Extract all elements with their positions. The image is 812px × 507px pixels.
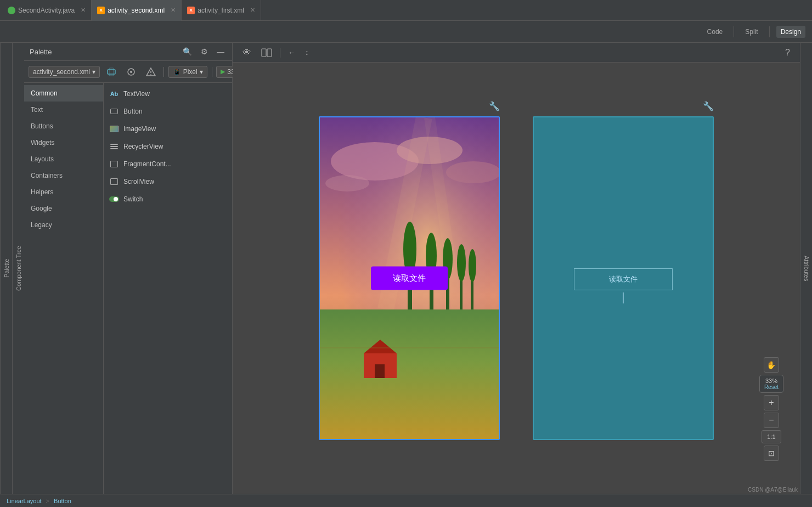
tab-label-second-xml: activity_second.xml: [108, 7, 165, 14]
breadcrumb-linearlayout[interactable]: LinearLayout: [7, 498, 42, 504]
file-dropdown-label: activity_second.xml: [33, 68, 90, 76]
palette-category-layouts-label: Layouts: [31, 155, 54, 163]
file-dropdown[interactable]: activity_second.xml ▾: [29, 66, 100, 78]
palette-category-helpers[interactable]: Helpers: [24, 184, 103, 200]
tab-second-activity-java[interactable]: SecondActivity.java ✕: [2, 0, 92, 21]
split-view-btn[interactable]: [258, 47, 275, 59]
toolbar-separator-2: [769, 26, 770, 37]
palette-category-widgets[interactable]: Widgets: [24, 134, 103, 151]
palette-title: Palette: [30, 48, 176, 56]
warn-btn[interactable]: [143, 65, 159, 78]
svg-point-3: [130, 71, 132, 73]
blueprint-mockup[interactable]: 读取文件: [533, 116, 714, 440]
vt-separator-1: [163, 67, 164, 77]
attributes-tab[interactable]: Attributes: [800, 43, 812, 494]
palette-category-layouts[interactable]: Layouts: [24, 151, 103, 167]
orientation-btn[interactable]: [103, 65, 120, 78]
canvas-toolbar: 👁 ← ↕ ?: [233, 43, 800, 63]
palette-item-scrollview[interactable]: ScrollView: [104, 173, 232, 190]
palette-category-legacy[interactable]: Legacy: [24, 217, 103, 233]
zoom-out-btn[interactable]: −: [764, 413, 779, 428]
palette-category-common-label: Common: [31, 89, 58, 97]
device-icon: 📱: [173, 68, 181, 76]
api-icon: ▶: [221, 68, 225, 75]
blueprint-wrapper: 🔧 读取文件: [533, 116, 714, 440]
tab-label-java: SecondActivity.java: [18, 7, 75, 14]
palette-category-widgets-label: Widgets: [31, 139, 54, 147]
vt-separator-2: [212, 67, 212, 77]
palette-minimize-btn[interactable]: —: [215, 46, 227, 57]
imageview-icon: [109, 124, 119, 134]
zoom-percent-label: 33%: [764, 378, 779, 384]
palette-item-imageview[interactable]: ImageView: [104, 120, 232, 138]
read-file-button[interactable]: 读取文件: [371, 267, 448, 290]
arrow-left-btn[interactable]: ←: [285, 47, 298, 58]
zoom-fit-btn[interactable]: ⊡: [764, 446, 779, 461]
svg-point-26: [469, 249, 476, 282]
button-icon: [109, 106, 119, 116]
blueprint-wrench-icon: 🔧: [703, 101, 714, 111]
palette-category-common[interactable]: Common: [24, 85, 103, 102]
palette-item-switch[interactable]: Switch: [104, 190, 232, 208]
svg-rect-0: [108, 70, 115, 74]
tab-close-second-xml[interactable]: ✕: [171, 7, 176, 14]
scrollview-icon: [109, 177, 119, 187]
phone-wrapper: 🔧: [319, 116, 500, 440]
palette-category-helpers-label: Helpers: [31, 188, 53, 196]
recyclerview-icon: [109, 142, 119, 151]
zoom-reset-label[interactable]: Reset: [764, 384, 779, 390]
palette-item-scrollview-label: ScrollView: [123, 178, 154, 185]
palette-vertical-tab[interactable]: Palette: [0, 43, 12, 494]
palette-category-text[interactable]: Text: [24, 102, 103, 118]
toggle-btn[interactable]: [123, 65, 139, 78]
zoom-in-btn[interactable]: +: [764, 395, 779, 410]
bottom-bar: LinearLayout > Button: [0, 494, 812, 507]
breadcrumb-button[interactable]: Button: [54, 498, 71, 504]
device-dropdown-chevron: ▾: [200, 68, 203, 76]
preview-btn[interactable]: 👁: [239, 46, 255, 59]
design-mode-btn[interactable]: Design: [776, 26, 805, 38]
textview-icon: Ab: [109, 89, 119, 99]
svg-rect-1: [109, 68, 114, 76]
svg-rect-7: [262, 49, 266, 57]
palette-category-google[interactable]: Google: [24, 200, 103, 217]
zoom-1to1-btn[interactable]: 1:1: [762, 430, 781, 443]
tab-close-java[interactable]: ✕: [81, 7, 86, 14]
palette-item-textview[interactable]: Ab TextView: [104, 85, 232, 103]
code-mode-btn[interactable]: Code: [703, 26, 728, 38]
palette-search-btn[interactable]: 🔍: [181, 46, 194, 57]
pan-tool-btn[interactable]: ✋: [764, 357, 779, 373]
device-dropdown-label: Pixel: [183, 68, 198, 76]
blueprint-read-file-button[interactable]: 读取文件: [574, 268, 673, 290]
component-tree-tab[interactable]: Component Tree: [12, 43, 24, 494]
component-tree-label-text: Component Tree: [15, 246, 22, 291]
palette-category-containers[interactable]: Containers: [24, 167, 103, 184]
palette-item-recyclerview[interactable]: RecyclerView: [104, 138, 232, 155]
arrow-right-btn[interactable]: ↕: [302, 47, 312, 58]
palette-content: Common Text Buttons Widgets Layouts Cont…: [24, 83, 232, 494]
palette-category-text-label: Text: [31, 106, 43, 114]
svg-point-13: [446, 161, 499, 183]
switch-icon: [109, 194, 119, 204]
tab-activity-first-xml[interactable]: X activity_first.xml ✕: [182, 0, 261, 21]
tab-activity-second-xml[interactable]: X activity_second.xml ✕: [92, 0, 182, 21]
csdn-watermark: CSDN @A7@Eliauk: [748, 487, 798, 493]
phone-screen: 读取文件: [320, 117, 499, 439]
palette-category-containers-label: Containers: [31, 172, 63, 179]
blueprint-cursor: [623, 292, 624, 303]
zoom-controls: ✋ 33% Reset + − 1:1 ⊡: [759, 357, 783, 461]
palette-settings-btn[interactable]: ⚙: [199, 46, 210, 57]
svg-point-14: [325, 175, 369, 191]
tab-label-first-xml: activity_first.xml: [198, 7, 244, 14]
palette-item-button-label: Button: [123, 108, 143, 115]
palette-item-fragment[interactable]: FragmentCont...: [104, 155, 232, 173]
palette-category-buttons[interactable]: Buttons: [24, 118, 103, 134]
phone-mockup[interactable]: 读取文件: [319, 116, 500, 440]
split-mode-btn[interactable]: Split: [741, 26, 762, 38]
device-dropdown[interactable]: 📱 Pixel ▾: [168, 66, 207, 78]
canvas-help-btn[interactable]: ?: [782, 47, 793, 59]
layers-icon: [106, 67, 116, 77]
tab-close-first-xml[interactable]: ✕: [250, 7, 255, 14]
palette-vertical-label-text: Palette: [3, 259, 10, 278]
palette-item-button[interactable]: Button: [104, 103, 232, 120]
